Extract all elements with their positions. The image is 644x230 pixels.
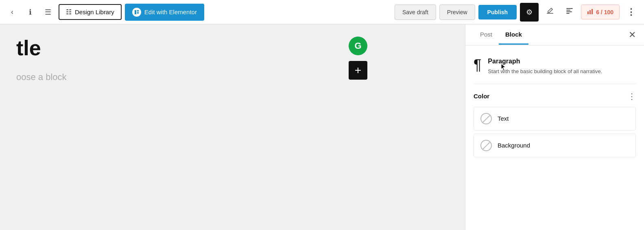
color-more-button[interactable]: ⋮	[628, 92, 636, 100]
editor-area: tle oose a block G +	[0, 24, 465, 230]
svg-rect-0	[135, 10, 136, 14]
background-color-option[interactable]: Background	[474, 134, 636, 157]
background-color-label: Background	[498, 142, 530, 149]
color-section-header: Color ⋮	[474, 92, 636, 100]
save-draft-button[interactable]: Save draft	[395, 4, 436, 20]
block-info-text: Paragraph Start with the basic building …	[488, 58, 602, 76]
seo-score-label: 6 / 100	[596, 9, 613, 15]
toolbar-left: ‹ ℹ ☰ ☷ Design Library Edit with Element…	[5, 4, 204, 21]
color-section-title: Color	[474, 93, 489, 100]
design-library-button[interactable]: ☷ Design Library	[59, 4, 122, 20]
svg-rect-6	[592, 9, 593, 14]
add-block-button[interactable]: +	[349, 61, 367, 80]
block-info: ¶ Paragraph Start with the basic buildin…	[474, 54, 636, 84]
svg-rect-2	[137, 12, 139, 14]
post-title[interactable]: tle	[16, 37, 449, 60]
sidebar-tabs: Post Block ✕	[465, 24, 644, 46]
pencil-button[interactable]	[542, 4, 558, 20]
design-library-icon: ☷	[66, 8, 72, 16]
seo-score-button[interactable]: 6 / 100	[581, 4, 620, 20]
svg-rect-4	[587, 11, 589, 14]
info-icon: ℹ	[29, 8, 32, 17]
menu-icon: ☰	[45, 8, 51, 17]
background-color-none-icon	[480, 140, 492, 151]
design-library-label: Design Library	[75, 9, 114, 15]
edit-elementor-label: Edit with Elementor	[144, 9, 197, 15]
add-block-placeholder[interactable]: oose a block	[16, 72, 449, 82]
grammarly-icon[interactable]: G	[349, 37, 367, 55]
structure-icon	[565, 7, 574, 17]
sidebar-close-button[interactable]: ✕	[629, 30, 636, 40]
block-description: Start with the basic building block of a…	[488, 67, 602, 76]
edit-with-elementor-button[interactable]: Edit with Elementor	[125, 4, 204, 21]
pencil-icon	[546, 7, 554, 17]
settings-gear-icon: ⚙	[526, 8, 533, 17]
elementor-icon	[132, 8, 141, 17]
svg-rect-3	[547, 13, 553, 14]
tab-block[interactable]: Block	[499, 25, 528, 45]
more-options-button[interactable]: ⋮	[623, 4, 639, 20]
preview-button[interactable]: Preview	[439, 4, 475, 20]
structure-button[interactable]	[561, 4, 578, 20]
menu-icon-btn[interactable]: ☰	[41, 5, 55, 20]
tab-post[interactable]: Post	[474, 25, 499, 45]
block-title: Paragraph	[488, 58, 602, 65]
info-icon-btn[interactable]: ℹ	[23, 5, 37, 20]
svg-rect-1	[137, 10, 139, 12]
settings-button[interactable]: ⚙	[520, 3, 539, 22]
toolbar-right: Save draft Preview Publish ⚙ 6 / 100 ⋮	[395, 3, 639, 22]
text-color-none-icon	[480, 113, 492, 124]
text-color-label: Text	[498, 115, 509, 122]
publish-button[interactable]: Publish	[478, 5, 517, 20]
text-color-option[interactable]: Text	[474, 107, 636, 130]
main-toolbar: ‹ ℹ ☰ ☷ Design Library Edit with Element…	[0, 0, 644, 24]
more-options-icon: ⋮	[627, 7, 635, 17]
sidebar-content: ¶ Paragraph Start with the basic buildin…	[465, 46, 644, 169]
paragraph-block-icon: ¶	[474, 58, 481, 72]
color-section: Color ⋮ Text Background	[474, 92, 636, 157]
score-chart-icon	[587, 8, 594, 16]
main-area: tle oose a block G + Post Block ✕ ¶ Para	[0, 24, 644, 230]
back-arrow-btn[interactable]: ‹	[5, 5, 20, 20]
svg-rect-5	[589, 10, 591, 14]
sidebar-panel: Post Block ✕ ¶ Paragraph Start with the …	[465, 24, 644, 230]
add-block-plus-icon: +	[355, 65, 361, 76]
